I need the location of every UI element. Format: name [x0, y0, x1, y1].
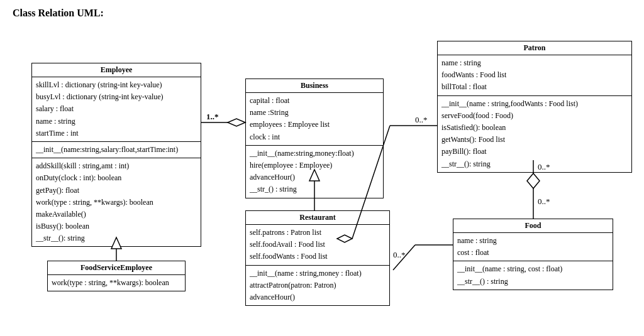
business-header: Business: [246, 79, 383, 93]
restaurant-methods: __init__(name : string,money : float) at…: [246, 266, 389, 306]
food-attributes: name : string cost : float: [453, 233, 613, 261]
patron-attributes: name : string foodWants : Food list bill…: [438, 55, 631, 96]
page-title: Class Relation UML:: [13, 8, 104, 19]
business-methods: __init__(name:string,money:float) hire(e…: [246, 146, 383, 198]
food-service-employee-header: FoodServiceEmployee: [48, 261, 185, 275]
employee-attributes: skillLvl : dictionary (string-int key-va…: [32, 77, 201, 142]
svg-marker-1: [228, 119, 245, 126]
food-service-employee-box: FoodServiceEmployee work(type : string, …: [47, 261, 186, 291]
employee-init: __init__(name:string,salary:float,startT…: [32, 142, 201, 158]
one-many-label: 1..*: [206, 112, 219, 121]
patron-methods: __init__(name : string,foodWants : Food …: [438, 96, 631, 172]
restaurant-attributes: self.patrons : Patron list self.foodAvai…: [246, 225, 389, 266]
food-header: Food: [453, 219, 613, 233]
zero-many-patron-label: 0..*: [415, 115, 428, 124]
food-box: Food name : string cost : float __init__…: [453, 219, 613, 290]
patron-header: Patron: [438, 41, 631, 55]
food-methods: __init__(name : string, cost : float) __…: [453, 261, 613, 289]
patron-box: Patron name : string foodWants : Food li…: [437, 41, 632, 173]
zero-many-patron-food-label: 0..*: [538, 197, 550, 206]
zero-many-food-restaurant-label: 0..*: [393, 250, 406, 259]
employee-methods: addSkill(skill : string,amt : int) onDut…: [32, 158, 201, 246]
business-box: Business capital : float name :String em…: [245, 79, 384, 198]
employee-box: Employee skillLvl : dictionary (string-i…: [31, 63, 201, 247]
svg-marker-12: [527, 173, 540, 188]
restaurant-box: Restaurant self.patrons : Patron list se…: [245, 210, 390, 306]
employee-header: Employee: [32, 63, 201, 77]
business-attributes: capital : float name :String employees :…: [246, 93, 383, 146]
food-service-employee-methods: work(type : string, **kwargs): boolean: [48, 275, 185, 291]
restaurant-header: Restaurant: [246, 211, 389, 225]
svg-line-10: [393, 245, 415, 270]
